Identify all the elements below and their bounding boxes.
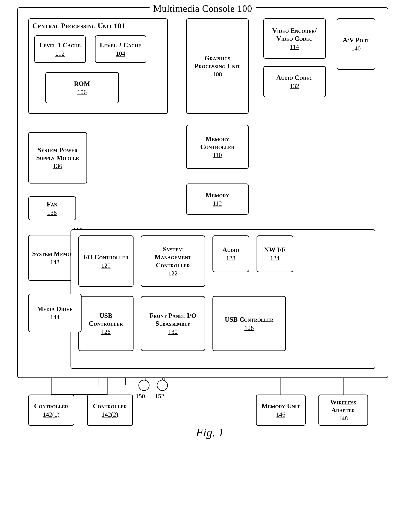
wireless-adapter-box: Wireless Adapter 148 bbox=[318, 395, 368, 426]
memory-unit-box: Memory Unit 146 bbox=[256, 395, 306, 426]
audio-codec-title: Audio Codec bbox=[276, 74, 313, 82]
fan-number: 138 bbox=[47, 209, 57, 216]
usb-126-title: USB Controller bbox=[82, 312, 130, 328]
controller-2-title: Controller bbox=[93, 402, 127, 410]
usb-128-number: 128 bbox=[244, 324, 254, 331]
connector-152-label: 152 bbox=[155, 393, 164, 400]
usb-128-box: USB Controller 128 bbox=[212, 296, 286, 351]
wireless-adapter-number: 148 bbox=[338, 415, 348, 422]
media-drive-title: Media Drive bbox=[37, 305, 73, 313]
bus-section: I/O Controller 120 System Management Con… bbox=[70, 229, 375, 369]
level2-cache-box: Level 2 Cache 104 bbox=[95, 35, 146, 63]
controller-142-1-box: Controller 142(1) bbox=[28, 395, 74, 426]
front-panel-box: Front Panel I/O Subassembly 130 bbox=[141, 296, 205, 351]
gpu-box: Graphics Processing Unit 108 bbox=[186, 18, 249, 114]
front-panel-number: 130 bbox=[168, 328, 178, 335]
front-panel-title: Front Panel I/O Subassembly bbox=[144, 312, 202, 328]
connector-152 bbox=[157, 380, 168, 391]
level2-cache-title: Level 2 Cache bbox=[100, 41, 141, 49]
mem-controller-number: 110 bbox=[213, 152, 222, 159]
av-port-title: A/V Port bbox=[343, 36, 369, 44]
video-encoder-box: Video Encoder/ Video Codec 114 bbox=[263, 18, 326, 59]
level2-cache-number: 104 bbox=[116, 50, 125, 57]
level1-cache-title: Level 1 Cache bbox=[39, 41, 81, 49]
sys-mgmt-number: 122 bbox=[168, 270, 178, 277]
memory-number: 112 bbox=[213, 200, 222, 207]
nw-if-title: NW I/F bbox=[264, 246, 285, 254]
level1-cache-box: Level 1 Cache 102 bbox=[34, 35, 86, 63]
fan-box: Fan 138 bbox=[28, 196, 76, 220]
audio-codec-number: 132 bbox=[290, 83, 299, 89]
memory-box: Memory 112 bbox=[186, 184, 249, 215]
level1-cache-number: 102 bbox=[55, 50, 65, 57]
controller-2-number: 142(2) bbox=[102, 411, 118, 418]
usb-128-title: USB Controller bbox=[225, 316, 273, 323]
sys-mgmt-box: System Management Controller 122 bbox=[141, 235, 205, 287]
mem-controller-title: Memory Controller bbox=[189, 135, 245, 151]
nw-if-number: 124 bbox=[270, 255, 279, 262]
cpu-box: Central Processing Unit 101 Level 1 Cach… bbox=[28, 18, 168, 114]
video-encoder-number: 114 bbox=[290, 43, 299, 50]
audio-codec-box: Audio Codec 132 bbox=[263, 66, 326, 97]
memory-unit-title: Memory Unit bbox=[262, 402, 300, 410]
av-port-number: 140 bbox=[351, 45, 361, 52]
audio-123-number: 123 bbox=[226, 255, 235, 262]
usb-126-box: USB Controller 126 bbox=[78, 296, 134, 351]
rom-box: ROM 106 bbox=[45, 72, 119, 103]
gpu-title: Graphics Processing Unit bbox=[189, 54, 245, 70]
usb-126-number: 126 bbox=[101, 328, 111, 335]
audio-123-title: Audio bbox=[222, 246, 239, 254]
memory-title: Memory bbox=[205, 191, 229, 199]
cpu-title: Central Processing Unit 101 bbox=[32, 22, 125, 30]
memory-unit-number: 146 bbox=[276, 411, 285, 418]
controller-142-2-box: Controller 142(2) bbox=[87, 395, 133, 426]
fan-title: Fan bbox=[47, 200, 57, 208]
media-drive-box: Media Drive 144 bbox=[28, 294, 82, 332]
av-port-box: A/V Port 140 bbox=[337, 18, 375, 70]
mem-controller-box: Memory Controller 110 bbox=[186, 125, 249, 169]
controller-1-title: Controller bbox=[34, 402, 68, 410]
io-controller-number: 120 bbox=[101, 262, 111, 269]
sys-mgmt-title: System Management Controller bbox=[144, 245, 202, 269]
rom-number: 106 bbox=[77, 89, 87, 95]
connector-150 bbox=[138, 380, 150, 391]
nw-if-box: NW I/F 124 bbox=[256, 235, 293, 272]
power-supply-number: 136 bbox=[53, 162, 62, 169]
video-encoder-title: Video Encoder/ Video Codec bbox=[267, 27, 322, 43]
power-supply-title: System Power Supply Module bbox=[32, 146, 84, 162]
gpu-number: 108 bbox=[213, 71, 222, 78]
controller-1-number: 142(1) bbox=[43, 411, 60, 418]
main-title: Multimedia Console 100 bbox=[150, 3, 256, 14]
rom-title: ROM bbox=[74, 80, 90, 88]
diagram-area: Multimedia Console 100 Central Processin… bbox=[17, 7, 403, 466]
page: Multimedia Console 100 Central Processin… bbox=[0, 0, 420, 514]
power-supply-box: System Power Supply Module 136 bbox=[28, 132, 87, 184]
wireless-adapter-title: Wireless Adapter bbox=[322, 398, 365, 414]
fig-caption: Fig. 1 bbox=[196, 426, 224, 439]
sys-memory-number: 143 bbox=[50, 259, 60, 266]
media-drive-number: 144 bbox=[50, 314, 60, 321]
audio-123-box: Audio 123 bbox=[212, 235, 249, 272]
io-controller-box: I/O Controller 120 bbox=[78, 235, 134, 287]
io-controller-title: I/O Controller bbox=[83, 253, 128, 261]
connector-150-label: 150 bbox=[136, 393, 145, 400]
